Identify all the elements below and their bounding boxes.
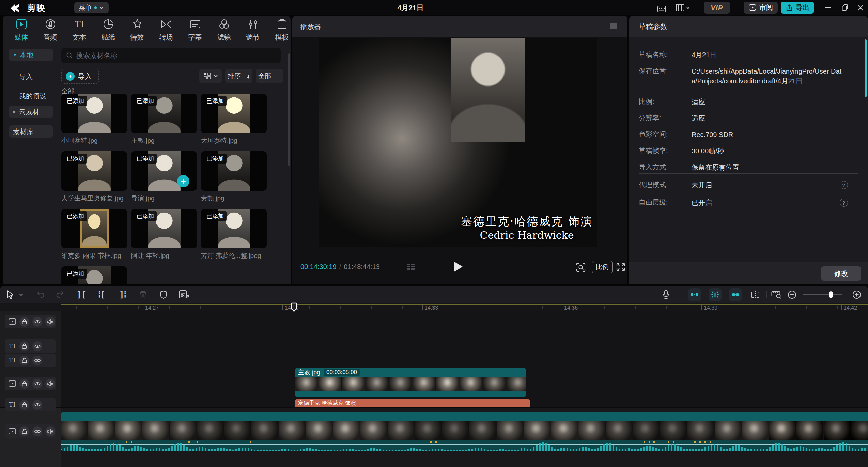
media-thumbnail[interactable]: 已添加 bbox=[131, 94, 197, 133]
media-thumbnail[interactable]: 已添加 bbox=[201, 151, 267, 191]
media-thumbnail[interactable]: 已添加 + bbox=[131, 151, 197, 191]
help-icon[interactable]: ? bbox=[840, 199, 848, 207]
smart-crop-button[interactable] bbox=[178, 289, 189, 300]
sidebar-item-presets[interactable]: 我的预设 bbox=[9, 90, 59, 102]
snapping-toggle[interactable] bbox=[709, 288, 722, 301]
menu-button[interactable]: 菜单 bbox=[74, 2, 109, 13]
media-thumbnail[interactable]: 已添加 bbox=[201, 209, 267, 248]
view-mode-button[interactable] bbox=[199, 69, 222, 83]
tab-text[interactable]: TI文本 bbox=[65, 17, 94, 43]
timeline-image-clip[interactable]: 主教.jpg 00:03:05:00 bbox=[295, 368, 526, 397]
sidebar-item-local[interactable]: ▼本地 bbox=[9, 49, 53, 61]
media-thumbnail[interactable]: 已添加 bbox=[61, 94, 127, 133]
eye-icon[interactable] bbox=[32, 400, 42, 410]
zoom-slider-thumb[interactable] bbox=[829, 291, 833, 298]
timeline-scale-button[interactable] bbox=[771, 289, 782, 300]
media-card[interactable]: 已添加 小珂赛特.jpg bbox=[61, 94, 127, 145]
lock-icon[interactable] bbox=[19, 317, 29, 327]
speaker-icon[interactable] bbox=[45, 379, 55, 389]
lock-icon[interactable] bbox=[19, 341, 29, 351]
quick-add-button[interactable]: + bbox=[177, 175, 189, 187]
lock-icon[interactable] bbox=[19, 379, 29, 389]
split-keep-left-button[interactable]: ⦙[ bbox=[96, 289, 108, 300]
draft-scrollbar[interactable] bbox=[865, 39, 867, 97]
zoom-in-button[interactable] bbox=[851, 289, 863, 300]
sidebar-item-import[interactable]: 导入 bbox=[9, 71, 59, 83]
close-button[interactable] bbox=[853, 0, 868, 15]
media-thumbnail[interactable]: 已添加 bbox=[131, 209, 197, 248]
sort-button[interactable]: 排序 bbox=[225, 69, 252, 83]
media-scrollbar[interactable] bbox=[288, 53, 290, 166]
link-preview-toggle[interactable] bbox=[729, 288, 742, 301]
timeline-zoom-slider[interactable] bbox=[803, 294, 842, 295]
playhead-line[interactable] bbox=[294, 303, 294, 460]
player-menu-icon[interactable] bbox=[610, 23, 617, 29]
timeline-text-clip[interactable]: 塞德里克·哈德威克 饰演 bbox=[295, 399, 530, 407]
select-tool-button[interactable] bbox=[5, 289, 16, 300]
eye-icon[interactable] bbox=[32, 317, 42, 327]
video-preview[interactable]: 塞德里克·哈德威克 饰演 Cedric Hardwicke bbox=[319, 38, 597, 247]
media-card[interactable]: 已添加 大学生马里奥修复.jpg bbox=[61, 151, 127, 203]
zoom-out-button[interactable] bbox=[786, 289, 798, 300]
tab-captions[interactable]: 字幕 bbox=[181, 17, 210, 43]
lock-icon[interactable] bbox=[19, 400, 29, 410]
media-card[interactable]: 已添加 bbox=[61, 266, 127, 284]
tab-adjust[interactable]: 调节 bbox=[238, 17, 267, 43]
sidebar-item-cloud[interactable]: ▶云素材 bbox=[9, 106, 53, 118]
main-video-clip[interactable] bbox=[61, 412, 868, 451]
tab-effects[interactable]: 特效 bbox=[123, 17, 152, 43]
redo-button[interactable] bbox=[55, 289, 66, 300]
record-voiceover-button[interactable] bbox=[660, 289, 672, 300]
modify-button[interactable]: 修改 bbox=[821, 266, 861, 281]
eye-icon[interactable] bbox=[32, 356, 42, 365]
export-button[interactable]: 导出 bbox=[781, 2, 814, 14]
media-thumbnail[interactable]: 已添加 bbox=[61, 266, 127, 284]
speaker-icon[interactable] bbox=[45, 426, 55, 436]
minimize-button[interactable] bbox=[820, 0, 835, 15]
media-card[interactable]: 已添加 芳汀 弗萝伦...整.jpeg bbox=[201, 209, 267, 260]
media-card[interactable]: 已添加 主教.jpg bbox=[131, 94, 197, 145]
media-thumbnail[interactable]: 已添加 bbox=[61, 151, 127, 191]
frame-list-icon[interactable] bbox=[407, 263, 416, 271]
split-keep-right-button[interactable]: ]⦙ bbox=[117, 289, 128, 300]
fullscreen-icon[interactable] bbox=[616, 262, 625, 272]
eye-icon[interactable] bbox=[32, 426, 42, 436]
tab-media[interactable]: 媒体 bbox=[7, 17, 36, 43]
eye-icon[interactable] bbox=[32, 379, 42, 389]
focus-zoom-icon[interactable] bbox=[576, 262, 586, 273]
tab-audio[interactable]: 音频 bbox=[36, 17, 65, 43]
media-card[interactable]: 已添加 劳顿.jpg bbox=[201, 151, 267, 203]
media-card[interactable]: 已添加 大珂赛特.jpg bbox=[201, 94, 267, 145]
delete-button[interactable] bbox=[137, 289, 149, 300]
eye-icon[interactable] bbox=[32, 341, 42, 351]
restore-button[interactable] bbox=[837, 0, 852, 15]
help-icon[interactable]: ? bbox=[840, 181, 848, 189]
tab-sticker[interactable]: 贴纸 bbox=[94, 17, 123, 43]
lock-icon[interactable] bbox=[19, 426, 29, 436]
media-thumbnail[interactable]: 已添加 bbox=[201, 94, 267, 133]
split-clip-button[interactable]: ][ bbox=[76, 289, 87, 300]
undo-button[interactable] bbox=[35, 289, 47, 300]
select-tool-dropdown[interactable] bbox=[18, 289, 25, 300]
review-button[interactable]: 审阅 bbox=[744, 2, 778, 14]
lock-icon[interactable] bbox=[19, 356, 29, 365]
preview-axis-button[interactable] bbox=[749, 289, 761, 300]
shortcut-keyboard-icon[interactable] bbox=[656, 3, 667, 15]
auto-ripple-toggle[interactable] bbox=[688, 288, 701, 301]
vip-button[interactable]: VIP bbox=[704, 2, 730, 14]
mask-button[interactable] bbox=[158, 289, 169, 300]
play-button[interactable] bbox=[453, 261, 463, 273]
import-button[interactable]: + 导入 bbox=[61, 69, 99, 84]
layout-switcher-button[interactable] bbox=[676, 3, 690, 12]
ratio-button[interactable]: 比例 bbox=[592, 261, 613, 273]
media-thumbnail[interactable]: 已添加 bbox=[61, 209, 127, 248]
tab-transition[interactable]: 转场 bbox=[152, 17, 181, 43]
sidebar-item-library[interactable]: 素材库 bbox=[9, 125, 53, 138]
media-card[interactable]: 已添加 阿让 年轻.jpg bbox=[131, 209, 197, 260]
speaker-icon[interactable] bbox=[45, 317, 55, 327]
timeline-ruler[interactable]: 14:2714:3014:3314:3614:3914:42 bbox=[0, 303, 868, 311]
filter-button[interactable]: 全部 bbox=[256, 69, 283, 83]
tab-template[interactable]: 模板 bbox=[267, 17, 291, 43]
search-input[interactable] bbox=[76, 51, 261, 60]
media-card[interactable]: 已添加 + 导演.jpg bbox=[131, 151, 197, 203]
